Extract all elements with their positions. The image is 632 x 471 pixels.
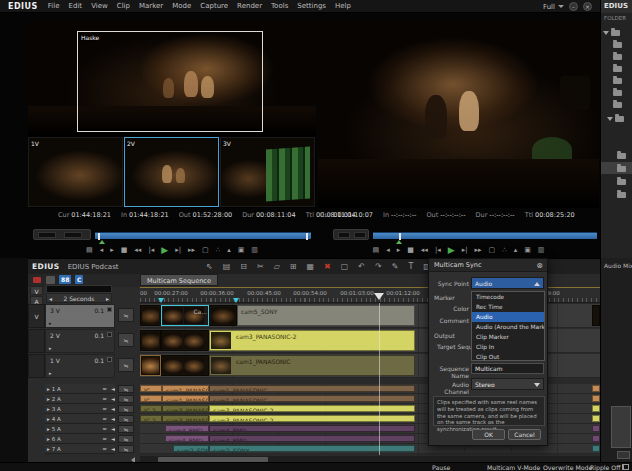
folder-tree-item[interactable] — [617, 163, 626, 174]
option-timecode[interactable]: Timecode — [472, 292, 544, 302]
more-icon[interactable]: ∴ — [216, 244, 220, 256]
option-audio[interactable]: Audio — [472, 312, 544, 322]
menu-edit[interactable]: Edit — [69, 2, 83, 10]
loop-icon[interactable]: ▢ — [489, 244, 496, 256]
marquee-icon[interactable]: ▢ — [341, 262, 349, 271]
video-clip[interactable]: cam3_PANASONIC-2 — [209, 330, 415, 351]
video-clip[interactable] — [161, 355, 209, 376]
audio-clip[interactable]: IC-2 — [140, 415, 162, 422]
slate-icon[interactable]: ▤ — [86, 244, 93, 256]
cursor-icon[interactable]: ▴ — [227, 244, 231, 256]
dialog-close-icon[interactable]: ⊗ — [536, 261, 543, 270]
track-patch-toggle[interactable]: ≒ — [118, 385, 134, 393]
option-clip-marker[interactable]: Clip Marker — [472, 332, 544, 342]
audio-clip[interactable]: cam3_PANASONIC-2 — [209, 415, 415, 422]
audio-clip[interactable]: cam4_BMD — [209, 425, 415, 432]
video-clip[interactable] — [140, 330, 161, 351]
export-frame-icon[interactable]: ▥ — [251, 244, 258, 256]
undo-icon[interactable]: ↶ — [358, 262, 365, 271]
option-rec-time[interactable]: Rec Time — [472, 302, 544, 312]
frame-forward-icon[interactable]: ▸| — [462, 244, 468, 256]
eq-icon[interactable]: = — [102, 416, 107, 422]
multicam-crop-box[interactable]: Haske — [77, 31, 263, 132]
track-patch-toggle[interactable]: ≒ — [118, 333, 134, 347]
track-patch-toggle[interactable]: ≒ — [118, 445, 134, 453]
video-track-selector[interactable]: V — [30, 286, 43, 295]
track-patch-toggle[interactable]: ≒ — [118, 395, 134, 403]
track-patch-toggle[interactable]: ≒ — [118, 435, 134, 443]
rewind-icon[interactable]: ◂◂ — [421, 244, 428, 256]
audio-channel-dropdown[interactable]: Stereo — [471, 378, 544, 390]
mode-badge-c[interactable]: C — [75, 275, 83, 284]
status-multicam-mode[interactable]: Multicam V-Mode — [487, 464, 540, 471]
set-in-icon[interactable]: ◂ — [100, 244, 104, 256]
audio-clip[interactable]: cam4_BMD — [165, 435, 209, 442]
audio-clip[interactable]: cam1_PANASONIC — [209, 395, 415, 402]
play-icon[interactable]: ▶ — [161, 244, 168, 256]
audio-clip[interactable]: cam4_BMD — [209, 435, 415, 442]
expand-icon[interactable]: ▸ — [47, 446, 50, 452]
stop-icon[interactable]: ■ — [121, 244, 128, 256]
track-checkbox[interactable] — [107, 332, 112, 337]
expand-icon[interactable]: ▸ — [47, 386, 50, 392]
folder-tree-item[interactable] — [603, 27, 620, 38]
mixer-fader-block[interactable] — [611, 406, 631, 448]
slate-icon[interactable]: ▤ — [373, 244, 380, 256]
frame-back-icon[interactable]: |◂ — [435, 244, 441, 256]
copy-icon[interactable]: ▱ — [274, 262, 280, 271]
audio-clip[interactable]: IC — [140, 395, 162, 402]
track-header-7a[interactable]: ▸7 A=◄ — [45, 444, 115, 454]
expand-icon[interactable]: ▸ — [49, 370, 52, 376]
save-icon[interactable]: ⊟ — [240, 262, 247, 271]
stop-icon[interactable]: ■ — [407, 244, 414, 256]
mode-badge-88[interactable]: 88 — [59, 275, 71, 284]
sequence-tab[interactable]: Multicam Sequence — [140, 274, 218, 286]
audio-clip[interactable]: cam3_PANASO... — [162, 405, 209, 412]
audio-clip[interactable] — [592, 425, 600, 432]
expand-icon[interactable]: ▸ — [47, 426, 50, 432]
cursor-icon[interactable]: ▴ — [514, 244, 518, 256]
expand-icon[interactable]: ▸ — [47, 396, 50, 402]
eq-icon[interactable]: = — [102, 396, 107, 402]
folder-tree-item[interactable] — [613, 87, 622, 98]
track-sync-icon[interactable] — [46, 276, 55, 284]
redo-icon[interactable]: ↷ — [375, 262, 382, 271]
track-header-1a[interactable]: ▸1 A=◄ — [45, 384, 115, 394]
recorder-shuttle-box[interactable] — [333, 229, 369, 240]
audio-clip[interactable] — [592, 385, 600, 392]
fast-forward-icon[interactable]: ▸▸ — [475, 244, 482, 256]
menu-mode[interactable]: Mode — [172, 2, 191, 10]
record-marker-icon[interactable] — [33, 277, 41, 283]
video-clip[interactable]: cam1_PANASONIC — [209, 355, 415, 376]
folder-tree-item[interactable] — [613, 63, 622, 74]
sequence-name-input[interactable]: Multicam — [471, 363, 544, 374]
track-patch-toggle[interactable]: ≒ — [118, 405, 134, 413]
cancel-button[interactable]: Cancel — [508, 429, 541, 440]
video-clip[interactable] — [161, 330, 209, 351]
audio-clip[interactable]: IC-2 — [140, 405, 162, 412]
audio-clip[interactable] — [592, 415, 600, 422]
track-checkbox[interactable] — [107, 307, 112, 312]
menu-clip[interactable]: Clip — [117, 2, 130, 10]
timeline-search-box[interactable] — [46, 285, 112, 293]
expander-icon[interactable] — [607, 117, 613, 121]
eq-icon[interactable]: = — [102, 386, 107, 392]
pen-icon[interactable]: ✎ — [392, 262, 399, 271]
audio-clip[interactable]: cam1_PANASO... — [162, 395, 209, 402]
audio-clip[interactable]: cam4_BMD — [165, 425, 209, 432]
expand-icon[interactable]: ▸ — [49, 345, 52, 351]
track-header-3v[interactable]: 3 V 0.1 ▸ — [45, 304, 115, 328]
menu-tools[interactable]: Tools — [271, 2, 288, 10]
menu-view[interactable]: View — [91, 2, 108, 10]
option-clip-in[interactable]: Clip In — [472, 342, 544, 352]
capture-icon[interactable]: ▣ — [524, 244, 531, 256]
expand-icon[interactable]: ▸ — [47, 406, 50, 412]
cut-icon[interactable]: ✂ — [257, 262, 264, 271]
audio-clip[interactable]: cam2_SONY — [209, 445, 415, 452]
track-checkbox[interactable] — [107, 357, 112, 362]
sync-point-dropdown[interactable]: Audio — [471, 277, 544, 289]
audio-clip[interactable]: cam1_PANASO... — [162, 385, 209, 392]
delete-icon[interactable]: ✖ — [324, 262, 331, 271]
audio-clip[interactable]: cam1_PANASONIC — [209, 385, 415, 392]
video-clip[interactable] — [140, 355, 161, 376]
